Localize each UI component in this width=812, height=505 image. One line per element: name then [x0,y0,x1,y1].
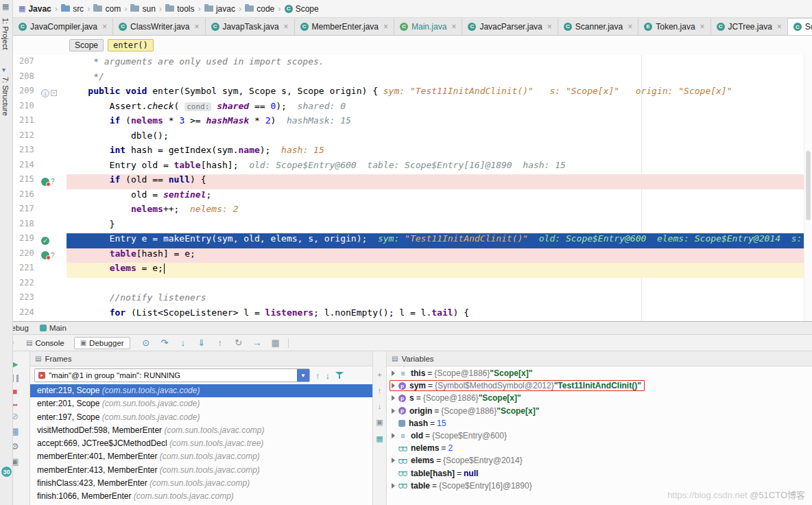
expand-arrow-icon[interactable] [392,371,395,376]
scrollbar-thumb[interactable] [806,151,811,220]
tab-Scope.java[interactable]: CScope.java× [788,18,812,35]
expand-arrow-icon[interactable] [392,383,395,388]
code-line-212[interactable]: 212 dble(); [13,130,812,145]
code-line-218[interactable]: 218 } [13,219,812,234]
line-number[interactable]: 221 [13,263,40,278]
tab-JavaCompiler.java[interactable]: CJavaCompiler.java× [13,18,113,35]
tab-Main.java[interactable]: CMain.java× [394,18,462,35]
editor-scrollbar[interactable] [804,55,812,321]
move-watch-up-icon[interactable]: ↑ [378,386,382,395]
stack-frame[interactable]: enter:219, Scope (com.sun.tools.javac.co… [30,384,372,397]
code-line-214[interactable]: 214 Entry old = table[hash]; old: Scope$… [13,160,812,175]
variable-row-old[interactable]: ≡old={Scope$Entry@600} [387,430,812,442]
close-icon[interactable]: × [284,22,289,32]
sidebar-item-project[interactable]: 1: Project [1,18,10,49]
step-into-icon[interactable]: ↓ [177,338,189,348]
sidebar-item-structure[interactable]: 7: Structure [1,77,10,116]
breakpoint-icon[interactable] [41,178,49,186]
close-icon[interactable]: × [777,22,782,32]
close-icon[interactable]: × [451,22,456,32]
stack-frame[interactable]: accept:669, JCTree$JCMethodDecl (com.sun… [30,437,372,450]
line-number[interactable]: 208 [13,71,40,86]
close-icon[interactable]: × [383,22,388,32]
close-icon[interactable]: × [700,22,705,32]
variable-row-nelems[interactable]: nelems=2 [387,442,812,454]
code-line-220[interactable]: 220? table[hash] = e; [13,248,812,263]
close-icon[interactable]: × [102,22,107,32]
code-line-223[interactable]: 223 //notify listeners [13,292,812,307]
close-icon[interactable]: × [547,22,552,32]
stack-frame[interactable]: memberEnter:413, MemberEnter (com.sun.to… [30,464,372,477]
code-editor[interactable]: 207 * arguments are only used in import … [13,55,812,321]
line-number[interactable]: 220 [13,248,40,263]
nav-item-scope[interactable]: CScope [283,4,320,14]
close-icon[interactable]: × [628,22,632,32]
code-line-224[interactable]: 224 for (List<ScopeListener> l = listene… [13,307,812,322]
code-line-217[interactable]: 217 nelems++; nelems: 2 [13,204,812,219]
tab-debugger[interactable]: ▣ Debugger [74,337,130,349]
drop-frame-icon[interactable]: ↻ [232,338,245,348]
line-number[interactable]: 211 [13,115,40,130]
variable-row-hash[interactable]: hash=15 [387,417,812,430]
thread-selector[interactable]: ▸ "main"@1 in group "main": RUNNING ▼ [34,368,310,382]
tool-windows-icon[interactable]: ▦ [2,2,9,11]
variable-row-elems[interactable]: elems={Scope$Entry@2014} [387,454,812,467]
fold-icon[interactable]: − [51,90,57,96]
code-line-207[interactable]: 207 * arguments are only used in import … [13,56,812,71]
breadcrumb-method-chip[interactable]: enter() [108,39,154,51]
nav-item-com[interactable]: com [92,4,122,14]
variable-row-sym[interactable]: psym={Symbol$MethodSymbol@2012} "Test11I… [387,379,812,392]
expand-arrow-icon[interactable] [392,458,395,463]
line-number[interactable]: 213 [13,145,40,160]
line-number[interactable]: 210 [13,101,40,116]
tab-Token.java[interactable]: EToken.java× [638,18,710,35]
stack-frame[interactable]: memberEnter:401, MemberEnter (com.sun.to… [30,450,372,463]
next-frame-button[interactable]: ↓ [326,371,331,381]
nav-item-javac[interactable]: ▦Javac [17,4,53,14]
nav-item-src[interactable]: src [60,4,85,14]
add-watch-icon[interactable]: + [377,371,381,379]
expand-arrow-icon[interactable] [392,408,395,414]
force-step-into-icon[interactable]: ⇓ [195,338,208,348]
step-out-icon[interactable]: ↑ [214,338,226,348]
stack-frame[interactable]: enter:197, Scope (com.sun.tools.javac.co… [30,411,372,424]
stack-frame[interactable]: enter:201, Scope (com.sun.tools.javac.co… [30,397,372,410]
line-number[interactable]: 212 [13,130,40,145]
code-line-208[interactable]: 208 */ [13,71,812,86]
line-number[interactable]: 216 [13,189,40,204]
stack-frame[interactable]: visitMethodDef:598, MemberEnter (com.sun… [30,424,372,437]
stack-frame[interactable]: finish:1066, MemberEnter (com.sun.tools.… [30,490,372,503]
tab-JCTree.java[interactable]: CJCTree.java× [711,18,788,35]
expand-arrow-icon[interactable] [392,433,395,438]
chevron-down-icon[interactable]: ▼ [297,369,309,381]
line-number[interactable]: 207 [13,56,40,71]
line-number[interactable]: 224 [13,307,40,322]
code-line-210[interactable]: 210 Assert.check( cond: shared == 0); sh… [13,101,812,116]
line-number[interactable]: 219 [13,233,40,248]
line-number[interactable]: 223 [13,292,40,307]
breadcrumb-class-chip[interactable]: Scope [69,39,104,51]
run-to-cursor-icon[interactable]: → [251,338,263,348]
line-number[interactable]: 218 [13,219,40,234]
tab-JavacParser.java[interactable]: CJavacParser.java× [462,18,558,35]
code-line-215[interactable]: 215? if (old == null) { [13,174,812,189]
nav-item-code[interactable]: code [243,4,276,14]
line-number[interactable]: 217 [13,204,40,219]
breakpoint-hit-icon[interactable]: ✓ [41,237,49,245]
code-line-211[interactable]: 211 if (nelems * 3 >= hashMask * 2) hash… [13,115,812,130]
move-watch-down-icon[interactable]: ↓ [378,402,382,410]
tab-main-session[interactable]: Main [36,322,71,334]
variable-row-origin[interactable]: porigin={Scope@1886} "Scope[x]" [387,405,812,417]
tab-MemberEnter.java[interactable]: CMemberEnter.java× [295,18,394,35]
line-number[interactable]: 209 [13,86,40,101]
variable-row-this[interactable]: ≡this={Scope@1886} "Scope[x]" [387,367,812,379]
code-line-219[interactable]: 219✓ Entry e = makeEntry(sym, old, elems… [13,233,812,248]
nav-item-javac[interactable]: javac [203,4,237,14]
tab-JavapTask.java[interactable]: CJavapTask.java× [206,18,295,35]
code-line-221[interactable]: 221 elems = e; [13,263,812,278]
evaluate-in-variables-icon[interactable]: ▦ [376,434,383,443]
previous-frame-button[interactable]: ↑ [315,371,320,381]
stack-frame[interactable]: finishClass:423, MemberEnter (com.sun.to… [30,477,372,490]
code-line-222[interactable]: 222 [13,278,812,293]
code-area[interactable]: 207 * arguments are only used in import … [13,55,812,321]
